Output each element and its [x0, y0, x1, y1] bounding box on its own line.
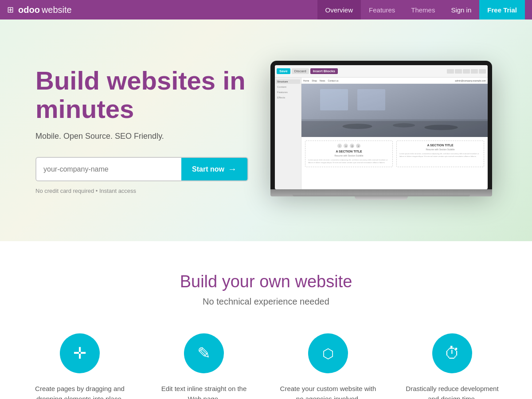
feature-text-drag: Create pages by dragging and dropping el… [31, 384, 129, 399]
screen-toolbar: Save Discard Insert Blocks [275, 65, 488, 78]
ctrl-add: + [337, 144, 342, 148]
hero-form: Start now → [35, 157, 248, 181]
laptop-body: Save Discard Insert Blocks [270, 61, 492, 189]
screen-sections: + ✦ ⚙ ✕ A SECTION TITLE Resume with Sect… [301, 137, 488, 171]
feature-drag-drop: ✛ Create pages by dragging and dropping … [31, 333, 129, 399]
insert-btn: Insert Blocks [310, 68, 338, 74]
screen-nav-item: Shop [312, 79, 317, 82]
save-btn: Save [277, 68, 290, 74]
screen-nav-item: Contact us [328, 79, 339, 82]
svg-point-3 [393, 123, 415, 128]
signin-link[interactable]: Sign in [443, 0, 479, 20]
panel-features: Features [276, 90, 300, 94]
svg-rect-1 [301, 121, 488, 137]
feature-time-save: ⏱ Drastically reduce development and des… [403, 333, 501, 399]
nav-links: Overview Features Themes Sign in Free Tr… [317, 0, 525, 20]
screen-nav: Home Shop News Contact us admin@company.… [301, 78, 488, 84]
navbar: ⊞ odoo website Overview Features Themes … [0, 0, 532, 20]
screen-nav-item: News [320, 79, 325, 82]
screen-hero-image [301, 84, 488, 137]
freetrial-button[interactable]: Free Trial [479, 0, 525, 20]
discard-btn: Discard [292, 68, 309, 74]
screen-left-panel: Structure Content Features Effects [275, 78, 301, 189]
laptop-mockup: Save Discard Insert Blocks [270, 61, 492, 200]
grid-icon[interactable]: ⊞ [7, 5, 14, 15]
features-title: Build your own website [18, 272, 514, 291]
svg-rect-5 [320, 89, 348, 110]
ctrl-settings: ⚙ [350, 144, 354, 148]
company-name-input[interactable] [36, 159, 181, 180]
svg-point-4 [424, 125, 458, 130]
custom-icon: ⬡ [322, 346, 334, 361]
feature-custom-website: ⬡ Create your custom website with no age… [279, 333, 377, 399]
toolbar-icon [455, 69, 462, 74]
toolbar-icon [463, 69, 470, 74]
brand-logo: odoo website [18, 5, 72, 15]
feature-icon-edit-circle: ✎ [184, 333, 224, 373]
panel-structure: Structure [276, 79, 300, 84]
section-subtitle-left: Resume with Section Subtitle [308, 154, 390, 157]
drag-drop-icon: ✛ [73, 344, 86, 363]
hero-note: No credit card required • Instant access [35, 188, 266, 194]
ctrl-move: ✦ [344, 144, 348, 148]
section-text-left: Lorem ipsum dolor sit amet, consectetur … [308, 159, 390, 164]
hero-content: Build websites in minutes Mobile. Open S… [35, 66, 266, 195]
toolbar-icons [447, 69, 486, 74]
arrow-icon: → [228, 164, 237, 174]
feature-icon-custom-circle: ⬡ [308, 333, 348, 373]
time-icon: ⏱ [444, 344, 460, 363]
screen-section-left: + ✦ ⚙ ✕ A SECTION TITLE Resume with Sect… [305, 141, 393, 167]
feature-text-time: Drastically reduce development and desig… [403, 384, 501, 399]
svg-rect-6 [357, 89, 385, 110]
screen-nav-admin: admin@company.example.com [455, 79, 486, 82]
screen-section-right: A SECTION TITLE Resume with Section Subt… [396, 141, 484, 167]
start-now-label: Start now [192, 165, 224, 173]
feature-inline-edit: ✎ Edit text inline straight on the Web p… [155, 333, 253, 399]
section-subtitle-right: Resume with Section Subtitle [399, 148, 481, 151]
screen-body: Structure Content Features Effects Home [275, 78, 488, 189]
brand-product: website [42, 5, 72, 15]
feature-icon-time-circle: ⏱ [432, 333, 472, 373]
edit-icon: ✎ [197, 344, 211, 363]
hero-section: Build websites in minutes Mobile. Open S… [0, 20, 532, 241]
start-now-button[interactable]: Start now → [181, 158, 247, 180]
brand-name: odoo [18, 5, 40, 15]
section-text-right: Lorem ipsum dolor sit amet, consectetur … [399, 153, 481, 158]
feature-text-edit: Edit text inline straight on the Web pag… [155, 384, 253, 399]
section-controls: + ✦ ⚙ ✕ [308, 144, 390, 148]
screen-content: Home Shop News Contact us admin@company.… [301, 78, 488, 189]
laptop-stand [355, 196, 408, 200]
hero-image: Save Discard Insert Blocks [266, 61, 497, 200]
panel-content: Content [276, 85, 300, 89]
toolbar-icon [471, 69, 478, 74]
section-title-right: A SECTION TITLE [399, 144, 481, 147]
section-title-left: A SECTION TITLE [308, 150, 390, 153]
features-subtitle: No technical experience needed [18, 297, 514, 307]
ctrl-delete: ✕ [356, 144, 360, 148]
nav-themes[interactable]: Themes [403, 0, 443, 20]
toolbar-icon [479, 69, 486, 74]
svg-point-2 [342, 124, 372, 129]
features-section: Build your own website No technical expe… [0, 241, 532, 399]
hero-title: Build websites in minutes [35, 66, 266, 123]
laptop-base [270, 189, 492, 196]
screen-nav-item: Home [303, 79, 309, 82]
toolbar-icon [447, 69, 454, 74]
features-grid: ✛ Create pages by dragging and dropping … [18, 333, 514, 399]
panel-effects: Effects [276, 95, 300, 100]
feature-text-custom: Create your custom website with no agenc… [279, 384, 377, 399]
nav-overview[interactable]: Overview [317, 0, 361, 20]
hero-subtitle: Mobile. Open Source. SEO Friendly. [35, 132, 266, 141]
screen-inner: Save Discard Insert Blocks [275, 65, 488, 189]
laptop-screen: Save Discard Insert Blocks [275, 65, 488, 189]
feature-icon-drag-circle: ✛ [60, 333, 100, 373]
nav-features[interactable]: Features [361, 0, 403, 20]
